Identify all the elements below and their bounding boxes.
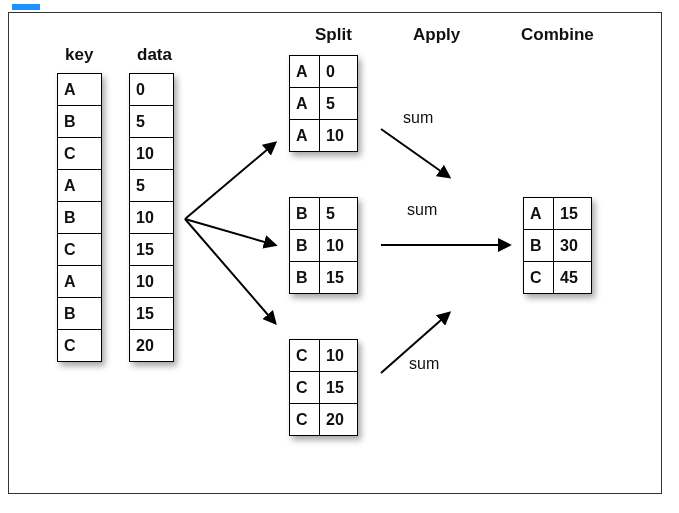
heading-combine: Combine — [521, 25, 594, 45]
heading-key: key — [65, 45, 93, 65]
cell: C — [58, 330, 102, 362]
svg-line-0 — [185, 143, 275, 219]
cell: 20 — [130, 330, 174, 362]
cell: C — [290, 372, 320, 404]
cell: 30 — [554, 230, 592, 262]
cell: A — [290, 88, 320, 120]
cell: B — [58, 106, 102, 138]
cell: C — [58, 138, 102, 170]
cell: 10 — [320, 340, 358, 372]
cell: A — [290, 120, 320, 152]
cell: 5 — [130, 106, 174, 138]
cell: 45 — [554, 262, 592, 294]
accent-bar — [12, 4, 40, 10]
cell: 15 — [320, 372, 358, 404]
cell: B — [58, 298, 102, 330]
heading-split: Split — [315, 25, 352, 45]
svg-line-1 — [185, 219, 275, 245]
split-group-a: A0 A5 A10 — [289, 55, 358, 152]
cell: 10 — [130, 202, 174, 234]
apply-label-a: sum — [403, 109, 433, 127]
cell: B — [290, 262, 320, 294]
cell: 5 — [130, 170, 174, 202]
cell: 0 — [320, 56, 358, 88]
heading-data: data — [137, 45, 172, 65]
split-group-c: C10 C15 C20 — [289, 339, 358, 436]
cell: C — [290, 404, 320, 436]
cell: 10 — [320, 230, 358, 262]
cell: A — [58, 74, 102, 106]
cell: C — [290, 340, 320, 372]
cell: 0 — [130, 74, 174, 106]
cell: C — [524, 262, 554, 294]
cell: 5 — [320, 88, 358, 120]
cell: 20 — [320, 404, 358, 436]
cell: 10 — [130, 138, 174, 170]
split-group-b: B5 B10 B15 — [289, 197, 358, 294]
cell: 10 — [320, 120, 358, 152]
cell: A — [58, 170, 102, 202]
cell: C — [58, 234, 102, 266]
cell: A — [58, 266, 102, 298]
cell: 15 — [130, 298, 174, 330]
cell: 15 — [554, 198, 592, 230]
cell: A — [524, 198, 554, 230]
diagram-frame: key data Split Apply Combine A B C A B C… — [8, 12, 662, 494]
cell: 10 — [130, 266, 174, 298]
cell: B — [290, 198, 320, 230]
original-key-table: A B C A B C A B C — [57, 73, 102, 362]
apply-label-b: sum — [407, 201, 437, 219]
cell: 5 — [320, 198, 358, 230]
original-data-table: 0 5 10 5 10 15 10 15 20 — [129, 73, 174, 362]
combine-table: A15 B30 C45 — [523, 197, 592, 294]
cell: B — [290, 230, 320, 262]
cell: B — [524, 230, 554, 262]
heading-apply: Apply — [413, 25, 460, 45]
cell: 15 — [130, 234, 174, 266]
cell: B — [58, 202, 102, 234]
svg-line-3 — [381, 129, 449, 177]
cell: 15 — [320, 262, 358, 294]
svg-line-2 — [185, 219, 275, 323]
cell: A — [290, 56, 320, 88]
apply-label-c: sum — [409, 355, 439, 373]
